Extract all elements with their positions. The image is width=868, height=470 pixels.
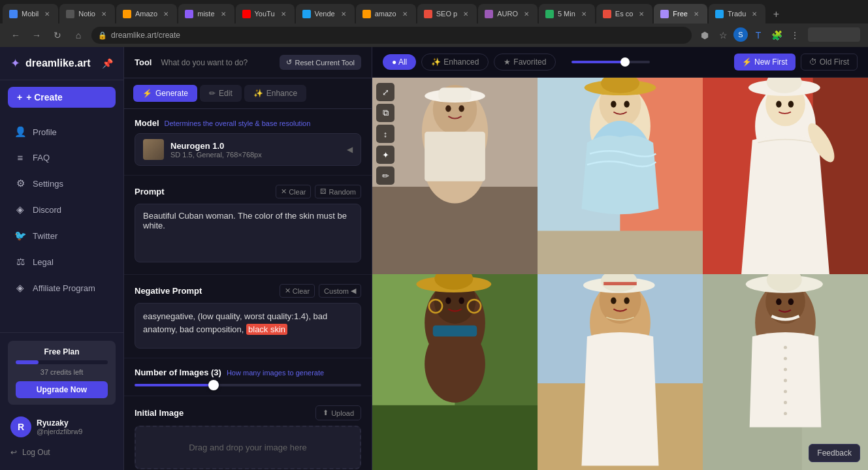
tab-label: Tradu bbox=[728, 10, 746, 18]
tab-miste[interactable]: miste ✕ bbox=[178, 4, 234, 24]
tab-label: miste bbox=[197, 10, 214, 18]
custom-arrow-icon: ◀ bbox=[351, 287, 356, 295]
tab-amazo2[interactable]: amazo ✕ bbox=[356, 4, 416, 24]
tab-close[interactable]: ✕ bbox=[692, 9, 701, 18]
tab-close[interactable]: ✕ bbox=[219, 9, 228, 18]
reset-tool-button[interactable]: ↺ Reset Current Tool bbox=[280, 55, 361, 70]
cell-2-star-button[interactable]: ☆ bbox=[541, 82, 560, 100]
tab-tradu[interactable]: Tradu ✕ bbox=[709, 4, 765, 24]
neg-custom-button[interactable]: Custom ◀ bbox=[319, 284, 361, 298]
sort-new-first-button[interactable]: ⚡ New First bbox=[734, 54, 796, 70]
cell-4-star-button[interactable]: ☆ bbox=[376, 278, 394, 296]
gallery-cell-2[interactable]: ☆ bbox=[538, 78, 703, 274]
initial-image-section: Initial Image ⬆ Upload Drag and drop you… bbox=[124, 396, 372, 470]
reload-button[interactable]: ↻ bbox=[50, 27, 65, 43]
bookmark-icon[interactable]: ☆ bbox=[715, 27, 731, 43]
neg-clear-button[interactable]: ✕ Clear bbox=[280, 284, 315, 298]
tab-5min[interactable]: 5 Min ✕ bbox=[539, 4, 595, 24]
logout-item[interactable]: ↩ Log Out bbox=[8, 443, 116, 462]
sidebar-logo: ✦ dreamlike.art 📌 bbox=[0, 47, 123, 80]
tab-close[interactable]: ✕ bbox=[579, 9, 588, 18]
cell-5-star-button[interactable]: ☆ bbox=[541, 278, 560, 296]
gallery-cell-4[interactable]: ☆ bbox=[372, 274, 538, 471]
tab-enhance[interactable]: ✨ Enhance bbox=[244, 85, 306, 102]
tab-free[interactable]: Free ✕ bbox=[654, 4, 707, 24]
tab-edit[interactable]: ✏ Edit bbox=[200, 85, 242, 102]
sidebar-item-twitter[interactable]: 🐦 Twitter bbox=[4, 223, 120, 248]
tab-favicon bbox=[185, 10, 193, 18]
sort-old-first-button[interactable]: ⏱ Old First bbox=[801, 54, 858, 70]
slider-thumb[interactable] bbox=[208, 380, 219, 390]
tab-close[interactable]: ✕ bbox=[339, 9, 348, 18]
tab-close[interactable]: ✕ bbox=[161, 9, 170, 18]
sidebar-item-profile[interactable]: 👤 Profile bbox=[4, 119, 120, 144]
nav-label-twitter: Twitter bbox=[33, 231, 57, 241]
gallery-size-slider[interactable] bbox=[571, 61, 650, 63]
sidebar-item-settings[interactable]: ⚙ Settings bbox=[4, 171, 120, 196]
tab-close[interactable]: ✕ bbox=[750, 9, 759, 18]
url-text: dreamlike.art/create bbox=[111, 31, 180, 40]
images-slider[interactable] bbox=[135, 384, 361, 386]
prompt-clear-button[interactable]: ✕ Clear bbox=[276, 185, 311, 198]
neg-prompt-display[interactable]: easynegative, (low quality, worst qualit… bbox=[135, 303, 361, 349]
tab-mobil[interactable]: Mobil ✕ bbox=[3, 4, 58, 24]
gallery-cell-1[interactable]: ⤢ ⧉ ↕ ✦ ✏ ☆ ↑ 🗑 bbox=[372, 78, 538, 274]
cell-1-star-button[interactable]: ☆ bbox=[376, 82, 394, 100]
tab-close[interactable]: ✕ bbox=[461, 9, 470, 18]
user-row[interactable]: R Ryuzaky @njerdzfibrw9 bbox=[8, 411, 116, 443]
home-button[interactable]: ⌂ bbox=[71, 27, 86, 43]
tab-amazo[interactable]: Amazo ✕ bbox=[116, 4, 177, 24]
pin-icon[interactable]: 📌 bbox=[102, 58, 113, 69]
tab-close[interactable]: ✕ bbox=[637, 9, 646, 18]
upload-button[interactable]: ⬆ Upload bbox=[315, 405, 361, 420]
prompt-textarea[interactable]: Beautiful Cuban woman. The color of the … bbox=[135, 204, 361, 262]
cell-6-star-button[interactable]: ☆ bbox=[707, 278, 725, 296]
enhance-tab-icon: ✨ bbox=[253, 89, 263, 98]
search-bar[interactable] bbox=[808, 27, 860, 42]
filter-all-button[interactable]: ● All bbox=[383, 54, 416, 70]
tab-close[interactable]: ✕ bbox=[99, 9, 108, 18]
cell-3-star-button[interactable]: ☆ bbox=[707, 82, 725, 100]
sidebar-item-legal[interactable]: ⚖ Legal bbox=[4, 249, 120, 274]
filter-favorited-button[interactable]: ★ Favorited bbox=[494, 54, 556, 70]
extensions-icon[interactable]: ⬢ bbox=[697, 27, 713, 43]
gallery-cell-5[interactable]: ☆ bbox=[538, 274, 703, 471]
back-button[interactable]: ← bbox=[8, 27, 24, 43]
gallery-cell-3[interactable]: ☆ bbox=[703, 78, 868, 274]
filter-enhanced-button[interactable]: ✨ Enhanced bbox=[421, 54, 489, 70]
profile-icon[interactable]: S bbox=[733, 27, 748, 42]
sidebar-item-discord[interactable]: ◈ Discord bbox=[4, 197, 120, 222]
tab-seo[interactable]: SEO p ✕ bbox=[417, 4, 477, 24]
new-tab-button[interactable]: + bbox=[767, 5, 785, 24]
cell-4-top-actions: ☆ bbox=[372, 274, 538, 300]
tab-vende[interactable]: Vende ✕ bbox=[296, 4, 355, 24]
model-thumbnail bbox=[143, 139, 164, 160]
tab-generate[interactable]: ⚡ Generate bbox=[133, 85, 197, 102]
tab-close[interactable]: ✕ bbox=[42, 9, 52, 18]
model-selector[interactable]: Neurogen 1.0 SD 1.5, General, 768×768px … bbox=[135, 133, 361, 166]
url-bar[interactable]: 🔒 dreamlike.art/create bbox=[91, 27, 692, 44]
more-icon[interactable]: ⋮ bbox=[787, 27, 803, 43]
create-button[interactable]: + + Create bbox=[8, 87, 116, 108]
prompt-random-button[interactable]: ⚄ Random bbox=[315, 185, 361, 198]
feedback-button[interactable]: Feedback bbox=[809, 444, 860, 462]
upload-drop-area[interactable]: Drag and drop your image here bbox=[135, 426, 361, 469]
sidebar-item-faq[interactable]: ≡ FAQ bbox=[4, 146, 120, 170]
cell-1-delete-button[interactable]: 🗑 bbox=[515, 252, 534, 270]
tab-esco[interactable]: Es co ✕ bbox=[596, 4, 653, 24]
tab-close[interactable]: ✕ bbox=[522, 9, 531, 18]
upgrade-button[interactable]: Upgrade Now bbox=[16, 381, 108, 398]
logo-star-icon: ✦ bbox=[10, 56, 20, 70]
sidebar-item-affiliate[interactable]: ◈ Affiliate Program bbox=[4, 275, 120, 300]
translate-icon[interactable]: T bbox=[750, 27, 766, 43]
tab-auro[interactable]: AURO ✕ bbox=[478, 4, 538, 24]
tab-youtu[interactable]: YouTu ✕ bbox=[236, 4, 295, 24]
puzzle-icon[interactable]: 🧩 bbox=[769, 27, 784, 43]
cell-1-share-button[interactable]: ↑ bbox=[515, 82, 534, 100]
gallery-cell-6[interactable]: ☆ bbox=[703, 274, 868, 471]
tab-close[interactable]: ✕ bbox=[400, 9, 410, 18]
tab-notio[interactable]: Notio ✕ bbox=[59, 4, 115, 24]
forward-button[interactable]: → bbox=[29, 27, 44, 43]
tab-close[interactable]: ✕ bbox=[279, 9, 288, 18]
settings-icon: ⚙ bbox=[14, 178, 26, 189]
